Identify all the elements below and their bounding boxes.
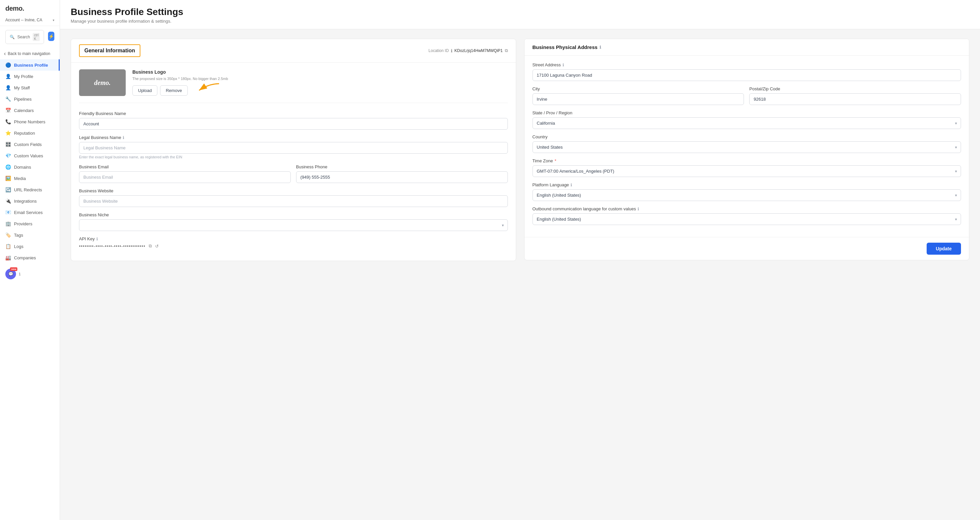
sidebar-item-pipelines[interactable]: 🔧 Pipelines bbox=[0, 93, 60, 105]
city-label: City bbox=[533, 86, 744, 91]
sidebar-item-phone-numbers[interactable]: 📞 Phone Numbers bbox=[0, 116, 60, 127]
api-key-info-icon[interactable]: ℹ bbox=[96, 237, 98, 241]
sidebar-item-reputation[interactable]: ⭐ Reputation bbox=[0, 127, 60, 139]
postal-input[interactable] bbox=[749, 93, 961, 105]
sidebar-item-business-profile[interactable]: 🔵 Business Profile bbox=[0, 59, 60, 71]
sidebar-item-label: Providers bbox=[14, 221, 32, 226]
general-info-body: demo. Business Logo The proposed size is… bbox=[71, 63, 516, 261]
logo-buttons: Upload Remove bbox=[132, 85, 188, 95]
business-niche-group: Business Niche bbox=[79, 212, 508, 231]
outbound-lang-group: Outbound communication language for cust… bbox=[533, 206, 961, 225]
companies-icon: 🏭 bbox=[5, 255, 11, 260]
back-navigation[interactable]: Back to main navigation bbox=[0, 48, 60, 59]
update-button[interactable]: Update bbox=[927, 243, 961, 254]
logo-text: demo. bbox=[94, 79, 110, 87]
timezone-select-wrapper: GMT-07:00 America/Los_Angeles (PDT) bbox=[533, 165, 961, 177]
sidebar-item-label: My Staff bbox=[14, 85, 30, 90]
sidebar-item-label: Integrations bbox=[14, 199, 37, 204]
sidebar-item-logs[interactable]: 📋 Logs bbox=[0, 241, 60, 252]
custom-values-icon: 💎 bbox=[5, 153, 11, 158]
business-niche-select[interactable] bbox=[79, 219, 508, 231]
outbound-lang-label: Outbound communication language for cust… bbox=[533, 206, 961, 211]
remove-button[interactable]: Remove bbox=[160, 85, 188, 95]
business-phone-label: Business Phone bbox=[296, 164, 508, 169]
sidebar-item-media[interactable]: 🖼️ Media bbox=[0, 173, 60, 184]
business-phone-group: Business Phone bbox=[296, 164, 508, 183]
sidebar-item-label: My Profile bbox=[14, 74, 33, 79]
page-header: Business Profile Settings Manage your bu… bbox=[60, 0, 980, 29]
location-id-info-icon[interactable]: ℹ bbox=[451, 48, 452, 53]
upload-button[interactable]: Upload bbox=[132, 85, 158, 95]
sidebar-item-email-services[interactable]: 📧 Email Services bbox=[0, 207, 60, 218]
outbound-lang-select[interactable]: English (United States) bbox=[533, 213, 961, 225]
arrow-annotation bbox=[192, 80, 223, 100]
location-id-row: Location ID ℹ KDozLrjq14HwM7MWQiP1 ⧉ bbox=[428, 48, 508, 53]
country-select[interactable]: United States bbox=[533, 142, 961, 153]
sidebar-item-companies[interactable]: 🏭 Companies bbox=[0, 252, 60, 263]
logo-label: Business Logo bbox=[132, 69, 228, 75]
sidebar-item-domains[interactable]: 🌐 Domains bbox=[0, 161, 60, 173]
account-selector[interactable]: Account -- Irvine, CA ▾ bbox=[0, 16, 60, 26]
calendars-icon: 📅 bbox=[5, 108, 11, 113]
business-email-label: Business Email bbox=[79, 164, 291, 169]
copy-location-id-icon[interactable]: ⧉ bbox=[505, 48, 508, 53]
outbound-lang-info-icon[interactable]: ℹ bbox=[638, 207, 639, 211]
address-info-icon[interactable]: ℹ bbox=[600, 45, 601, 50]
business-email-input[interactable] bbox=[79, 171, 291, 183]
legal-name-info-icon[interactable]: ℹ bbox=[123, 135, 124, 140]
url-redirects-icon: ↪️ bbox=[5, 187, 11, 192]
media-icon: 🖼️ bbox=[5, 176, 11, 181]
platform-lang-select[interactable]: English (United States) bbox=[533, 189, 961, 201]
sidebar-item-integrations[interactable]: 🔌 Integrations bbox=[0, 196, 60, 207]
copy-api-key-icon[interactable]: ⧉ bbox=[149, 243, 152, 249]
chevron-down-icon: ▾ bbox=[52, 18, 54, 22]
sidebar-item-label: Custom Values bbox=[14, 153, 43, 158]
sidebar-item-label: URL Redirects bbox=[14, 187, 42, 192]
address-card-header: Business Physical Address ℹ bbox=[525, 39, 969, 56]
platform-lang-select-wrapper: English (United States) bbox=[533, 189, 961, 201]
timezone-label: Time Zone * bbox=[533, 158, 961, 163]
search-label: Search bbox=[18, 35, 30, 39]
outbound-lang-select-wrapper: English (United States) bbox=[533, 213, 961, 225]
sidebar-item-tags[interactable]: 🏷️ Tags bbox=[0, 229, 60, 241]
general-info-title: General Information bbox=[79, 45, 140, 57]
state-group: State / Prov / Region California bbox=[533, 110, 961, 129]
business-phone-input[interactable] bbox=[296, 171, 508, 183]
state-select[interactable]: California bbox=[533, 117, 961, 129]
search-bar[interactable]: 🔍 Search ctrl K bbox=[5, 30, 44, 44]
sidebar-item-label: Pipelines bbox=[14, 97, 32, 102]
refresh-api-key-icon[interactable]: ↺ bbox=[155, 244, 159, 249]
providers-icon: 🏢 bbox=[5, 221, 11, 226]
business-website-input[interactable] bbox=[79, 196, 508, 207]
friendly-name-label: Friendly Business Name bbox=[79, 111, 508, 116]
sidebar-item-my-staff[interactable]: 👤 My Staff bbox=[0, 82, 60, 93]
tags-icon: 🏷️ bbox=[5, 232, 11, 238]
sidebar-item-label: Companies bbox=[14, 255, 36, 260]
logo-preview: demo. bbox=[79, 69, 126, 96]
platform-lang-info-icon[interactable]: ℹ bbox=[571, 183, 572, 187]
street-info-icon[interactable]: ℹ bbox=[563, 63, 564, 67]
legal-name-label: Legal Business Name ℹ bbox=[79, 135, 508, 140]
logo-actions: Business Logo The proposed size is 350px… bbox=[132, 69, 228, 95]
business-website-label: Business Website bbox=[79, 188, 508, 193]
timezone-select[interactable]: GMT-07:00 America/Los_Angeles (PDT) bbox=[533, 165, 961, 177]
sidebar-item-url-redirects[interactable]: ↪️ URL Redirects bbox=[0, 184, 60, 196]
sidebar-item-label: Tags bbox=[14, 233, 23, 238]
lightning-button[interactable]: ⚡ bbox=[48, 32, 54, 41]
location-id-label: Location ID bbox=[428, 48, 449, 53]
sidebar-item-calendars[interactable]: 📅 Calendars bbox=[0, 105, 60, 116]
sidebar-item-providers[interactable]: 🏢 Providers bbox=[0, 218, 60, 229]
api-key-value: ••••••••-••••-••••-••••-•••••••••••• bbox=[79, 244, 145, 249]
country-select-wrapper: United States bbox=[533, 142, 961, 153]
platform-lang-group: Platform Language ℹ English (United Stat… bbox=[533, 182, 961, 201]
sidebar-item-custom-fields[interactable]: 🎛️ Custom Fields bbox=[0, 139, 60, 150]
legal-name-input[interactable] bbox=[79, 142, 508, 154]
sidebar-item-custom-values[interactable]: 💎 Custom Values bbox=[0, 150, 60, 161]
business-email-group: Business Email bbox=[79, 164, 291, 183]
city-input[interactable] bbox=[533, 93, 744, 105]
sidebar-item-my-profile[interactable]: 👤 My Profile bbox=[0, 71, 60, 82]
street-address-input[interactable] bbox=[533, 69, 961, 81]
sidebar: demo. Account -- Irvine, CA ▾ 🔍 Search c… bbox=[0, 0, 60, 520]
friendly-name-input[interactable] bbox=[79, 118, 508, 130]
business-niche-label: Business Niche bbox=[79, 212, 508, 217]
